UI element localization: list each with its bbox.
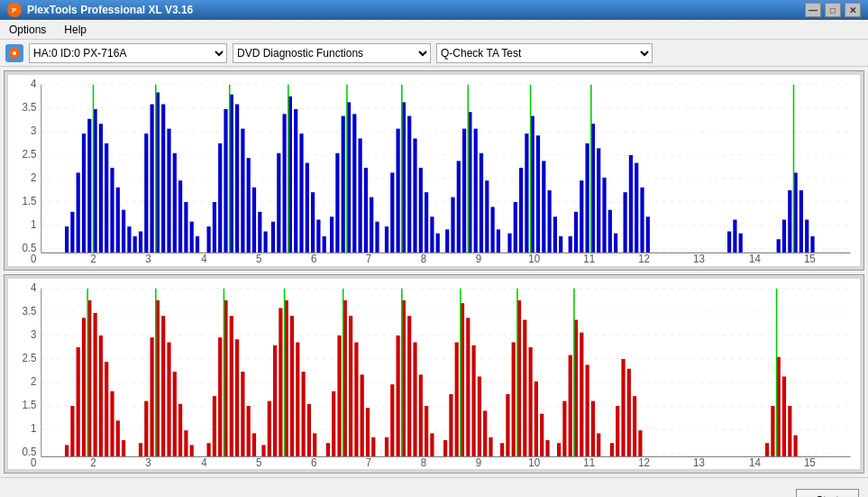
- svg-rect-112: [491, 207, 495, 253]
- svg-rect-264: [523, 319, 526, 456]
- svg-rect-250: [443, 439, 447, 456]
- svg-rect-138: [635, 163, 638, 253]
- svg-rect-115: [507, 234, 511, 253]
- svg-text:4: 4: [31, 78, 37, 89]
- svg-text:1.5: 1.5: [22, 399, 37, 410]
- svg-rect-260: [500, 443, 504, 456]
- svg-rect-193: [105, 362, 108, 456]
- maximize-button[interactable]: □: [825, 3, 841, 17]
- svg-rect-266: [535, 381, 538, 456]
- svg-rect-134: [614, 234, 617, 253]
- bottom-bar: Jitter: 4 Peak Shift:: [0, 477, 868, 497]
- svg-rect-186: [65, 445, 69, 456]
- svg-rect-265: [529, 346, 533, 456]
- svg-rect-62: [218, 143, 222, 253]
- title-buttons[interactable]: — □ ✕: [805, 3, 861, 17]
- close-button[interactable]: ✕: [845, 3, 861, 17]
- svg-rect-122: [548, 190, 552, 253]
- svg-text:3: 3: [31, 124, 37, 136]
- svg-rect-93: [385, 226, 388, 253]
- svg-rect-281: [621, 358, 625, 456]
- svg-rect-43: [116, 188, 120, 253]
- svg-rect-225: [296, 342, 299, 456]
- svg-rect-80: [316, 220, 320, 253]
- options-menu[interactable]: Options: [5, 22, 50, 38]
- svg-rect-77: [299, 133, 303, 253]
- svg-rect-91: [375, 222, 379, 253]
- svg-rect-66: [241, 129, 244, 253]
- bottom-chart-container: 4 3.5 3 2.5 2 1.5 1 0.5 0 2 3 4 5 6 7 8 …: [4, 274, 864, 474]
- svg-rect-198: [139, 443, 142, 456]
- svg-rect-149: [805, 220, 809, 253]
- svg-rect-241: [390, 384, 394, 456]
- svg-rect-192: [99, 335, 103, 456]
- svg-rect-282: [627, 368, 631, 456]
- svg-text:14: 14: [749, 456, 761, 468]
- svg-rect-40: [99, 124, 103, 253]
- svg-rect-275: [586, 364, 589, 456]
- svg-rect-98: [413, 139, 416, 253]
- svg-rect-280: [616, 406, 619, 456]
- drive-selector[interactable]: HA:0 ID:0 PX-716A: [29, 43, 227, 63]
- svg-rect-140: [646, 216, 650, 253]
- svg-text:0: 0: [31, 456, 37, 468]
- svg-rect-252: [455, 342, 459, 456]
- svg-rect-118: [525, 133, 528, 253]
- svg-text:2: 2: [31, 375, 36, 387]
- svg-rect-248: [430, 433, 434, 456]
- svg-rect-84: [335, 153, 339, 253]
- svg-rect-276: [591, 400, 595, 456]
- svg-rect-45: [127, 226, 131, 253]
- svg-text:3.5: 3.5: [22, 304, 37, 316]
- svg-rect-142: [733, 220, 736, 253]
- svg-rect-94: [390, 172, 394, 253]
- svg-rect-255: [472, 345, 476, 456]
- svg-rect-216: [247, 406, 251, 456]
- svg-rect-204: [173, 372, 177, 456]
- svg-rect-245: [413, 342, 416, 456]
- svg-text:2.5: 2.5: [22, 148, 37, 160]
- top-chart-area: 4 3.5 3 2.5 2 1.5 1 0.5 0 2 3 4 5 6 7 8 …: [8, 75, 860, 266]
- svg-text:8: 8: [421, 253, 427, 264]
- svg-text:4: 4: [31, 281, 37, 292]
- svg-rect-150: [810, 236, 814, 253]
- svg-rect-136: [624, 192, 627, 253]
- svg-rect-81: [323, 236, 326, 253]
- svg-rect-88: [359, 139, 362, 253]
- svg-rect-231: [332, 391, 335, 456]
- test-selector[interactable]: Q-Check TA Test: [436, 43, 653, 63]
- svg-point-1: [13, 51, 16, 55]
- svg-rect-141: [727, 232, 731, 253]
- svg-rect-196: [122, 439, 125, 456]
- svg-text:3: 3: [31, 327, 37, 339]
- function-selector[interactable]: DVD Diagnostic Functions: [233, 43, 431, 63]
- svg-text:13: 13: [693, 253, 705, 264]
- svg-rect-126: [569, 236, 572, 253]
- svg-text:4: 4: [201, 253, 207, 264]
- svg-rect-227: [307, 403, 311, 456]
- help-menu[interactable]: Help: [60, 22, 90, 38]
- svg-rect-247: [425, 406, 428, 456]
- svg-rect-199: [144, 400, 148, 456]
- svg-rect-220: [268, 400, 271, 456]
- svg-rect-146: [788, 190, 791, 253]
- svg-rect-200: [151, 337, 154, 456]
- svg-rect-67: [247, 158, 251, 253]
- top-chart-svg: 4 3.5 3 2.5 2 1.5 1 0.5 0 2 3 4 5 6 7 8 …: [8, 75, 860, 266]
- svg-text:2: 2: [90, 253, 96, 264]
- svg-rect-90: [370, 198, 373, 253]
- drive-icon: [5, 44, 23, 62]
- start-button[interactable]: Start: [796, 489, 859, 498]
- svg-text:10: 10: [528, 456, 540, 468]
- svg-text:3.5: 3.5: [22, 101, 37, 113]
- svg-rect-277: [597, 433, 600, 456]
- svg-text:13: 13: [693, 456, 705, 468]
- svg-rect-217: [252, 433, 256, 456]
- svg-rect-101: [430, 216, 434, 253]
- svg-rect-238: [371, 437, 375, 456]
- svg-rect-205: [178, 403, 182, 456]
- svg-text:3: 3: [145, 456, 151, 468]
- svg-rect-117: [519, 168, 523, 253]
- minimize-button[interactable]: —: [805, 3, 821, 17]
- svg-rect-109: [474, 129, 478, 253]
